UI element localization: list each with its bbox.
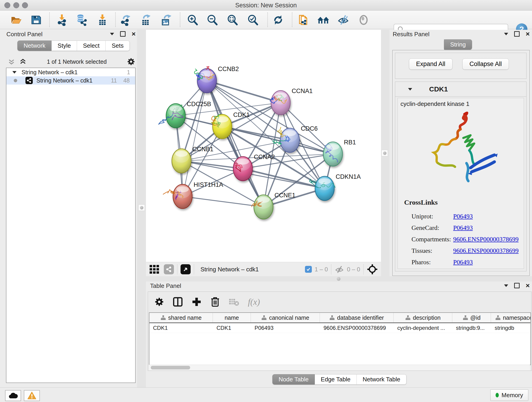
create-column-plus-icon[interactable] [191, 297, 202, 307]
collapse-all-button[interactable]: Collapse All [462, 58, 509, 70]
collection-expander-icon[interactable] [12, 71, 17, 74]
title-bar: Session: New Session [0, 0, 532, 11]
import-network-file-button[interactable] [56, 14, 68, 26]
crosslink-link[interactable]: P06493 [453, 224, 473, 231]
protein-name: CDK1 [429, 85, 448, 93]
table-horizontal-scrollbar[interactable] [149, 365, 530, 370]
expand-all-button[interactable]: Expand All [409, 58, 452, 70]
hidden-eye-slash-icon[interactable] [335, 265, 345, 274]
export-image-button[interactable] [160, 14, 172, 26]
network-options-gear-icon[interactable] [127, 57, 135, 66]
table-cell[interactable]: stringdb:9... [452, 323, 491, 333]
network-node-CDK1[interactable]: CDK1 [211, 111, 250, 139]
table-cell[interactable]: 9606.ENSP00000378699 [320, 323, 394, 333]
open-session-button[interactable] [10, 14, 22, 26]
birdseye-view-icon[interactable] [181, 264, 191, 274]
control-panel-menu-icon[interactable] [110, 33, 114, 35]
hide-selected-button[interactable] [337, 14, 350, 26]
tab-sets[interactable]: Sets [106, 41, 130, 51]
protein-section-expander-icon[interactable] [408, 88, 412, 90]
node-navigator-crosshair-icon[interactable] [367, 264, 378, 275]
results-panel-menu-icon[interactable] [504, 33, 508, 35]
cloud-status-button[interactable] [5, 390, 21, 401]
column-header-name[interactable]: name [213, 313, 251, 322]
tab-network[interactable]: Network [17, 41, 51, 51]
zoom-selected-button[interactable] [247, 14, 259, 26]
tab-node-table[interactable]: Node Table [272, 374, 315, 385]
toolbar-separator [115, 12, 116, 27]
zoom-in-button[interactable] [186, 14, 199, 26]
left-splitter-handle[interactable] [138, 204, 145, 211]
network-node-RB1[interactable]: RB1 [323, 139, 356, 166]
results-panel-close-icon[interactable]: × [526, 32, 530, 36]
column-header-label: description [413, 314, 441, 321]
warnings-button[interactable] [24, 390, 40, 401]
tab-select[interactable]: Select [77, 41, 106, 51]
network-collection-row[interactable]: String Network – cdk1 1 [6, 68, 135, 76]
table-options-gear-icon[interactable] [154, 297, 164, 307]
table-cell[interactable]: cyclin-dependent ... [394, 323, 452, 333]
network-canvas[interactable]: CCNB2CCNA1CDC25BCDK1CDC6RB1CCNB1CCNA2CDK… [146, 30, 381, 262]
memory-button[interactable]: Memory [490, 389, 528, 401]
function-builder-icon[interactable]: f(x) [248, 297, 260, 307]
table-tabs: Node Table Edge Table Network Table [272, 374, 406, 385]
view-string-icon[interactable] [164, 264, 174, 274]
shared-column-icon [329, 315, 335, 320]
grid-view-icon[interactable] [149, 264, 161, 274]
crosslink-link[interactable]: P06493 [453, 259, 473, 266]
control-panel-float-icon[interactable] [120, 31, 126, 37]
control-panel-close-icon[interactable]: × [132, 32, 136, 36]
export-image-icon [160, 14, 172, 26]
import-table-file-button[interactable] [96, 14, 109, 26]
table-cell[interactable]: stringdb [491, 323, 531, 333]
show-all-button[interactable] [357, 14, 370, 26]
expand-all-icon[interactable] [19, 58, 27, 65]
table-panel-float-icon[interactable] [514, 283, 520, 288]
tab-network-table[interactable]: Network Table [357, 374, 406, 385]
column-header-shared-name[interactable]: shared name [149, 313, 213, 322]
scrollbar-thumb[interactable] [151, 366, 190, 370]
crosslink-link[interactable]: P06493 [453, 213, 473, 220]
show-columns-icon[interactable] [173, 297, 183, 307]
network-node-CCNB1[interactable]: CCNB1 [172, 146, 214, 173]
column-header--id[interactable]: @id [452, 313, 491, 322]
table-cell[interactable]: CDK1 [213, 323, 251, 333]
first-neighbors-button[interactable] [317, 14, 329, 26]
delete-table-icon[interactable] [229, 298, 239, 306]
selected-nodes-checkbox-icon[interactable] [305, 266, 312, 273]
network-node-HIST1H1A[interactable]: HIST1H1A [163, 181, 223, 209]
import-network-database-button[interactable] [75, 14, 88, 26]
column-header-description[interactable]: description [394, 313, 452, 322]
column-header-database-identifier[interactable]: database identifier [320, 313, 394, 322]
update-network-button[interactable] [272, 14, 284, 26]
clone-network-button[interactable] [298, 14, 310, 26]
column-header-label: canonical name [269, 314, 309, 321]
results-panel-float-icon[interactable] [514, 31, 520, 37]
table-panel-menu-icon[interactable] [504, 284, 508, 287]
network-row[interactable]: String Network – cdk1 11 48 [6, 76, 135, 85]
table-panel-close-icon[interactable]: × [526, 283, 530, 288]
save-session-button[interactable] [30, 14, 42, 26]
export-network-button[interactable] [120, 14, 133, 26]
crosslink-link[interactable]: 9606.ENSP00000378699 [453, 247, 519, 254]
tab-edge-table[interactable]: Edge Table [315, 374, 357, 385]
network-node-CDC25B[interactable]: CDC25B [158, 101, 211, 128]
zoom-fit-button[interactable] [226, 14, 239, 26]
table-cell[interactable]: CDK1 [149, 323, 213, 333]
delete-column-trash-icon[interactable] [210, 297, 220, 307]
collapse-all-icon[interactable] [8, 58, 15, 65]
horizontal-splitter-handle[interactable] [337, 277, 341, 281]
right-splitter-handle[interactable] [381, 150, 388, 156]
column-header-canonical-name[interactable]: canonical name [251, 313, 320, 322]
crosslink-label: Uniprot: [412, 213, 453, 220]
table-cell[interactable]: P06493 [251, 323, 320, 333]
zoom-out-button[interactable] [206, 14, 218, 26]
current-network-dot [14, 79, 17, 82]
network-node-CCNA1[interactable]: CCNA1 [270, 88, 313, 115]
crosslink-link[interactable]: 9606.ENSP00000378699 [453, 236, 519, 243]
column-header-namespace[interactable]: namespace [491, 313, 531, 322]
export-table-button[interactable] [140, 14, 152, 26]
tab-style[interactable]: Style [51, 41, 77, 51]
table-row[interactable]: CDK1CDK1P064939606.ENSP00000378699cyclin… [149, 323, 530, 333]
tab-string-results[interactable]: String [444, 39, 472, 50]
